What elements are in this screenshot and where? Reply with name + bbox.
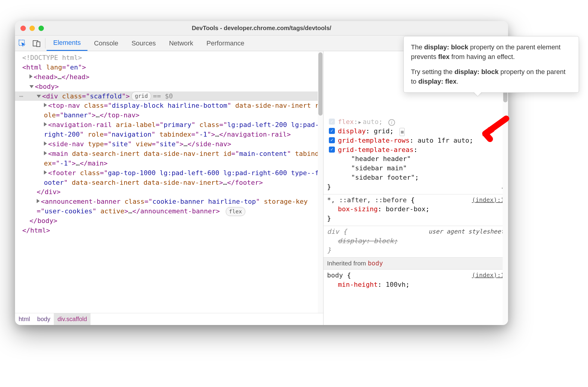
expand-icon[interactable] bbox=[44, 151, 47, 155]
css-selector[interactable]: *, ::after, ::before bbox=[327, 196, 407, 204]
dom-tree[interactable]: <!DOCTYPE html> <html lang="en"> <head>…… bbox=[15, 51, 323, 313]
crumb-selected[interactable]: div.scaffold bbox=[54, 313, 90, 325]
source-link[interactable]: (index):1 bbox=[472, 196, 504, 204]
zoom-window-button[interactable] bbox=[38, 26, 44, 31]
css-prop-display[interactable]: ✓ display: grid; ▦ bbox=[327, 127, 504, 136]
dom-child[interactable]: <side-nav type="site" view="site">…</sid… bbox=[15, 139, 323, 149]
device-toggle-icon[interactable] bbox=[29, 39, 44, 47]
titlebar: DevTools - developer.chrome.com/tags/dev… bbox=[15, 21, 508, 36]
css-value-line[interactable]: "header header" bbox=[327, 154, 504, 164]
body-node[interactable]: <body> bbox=[15, 82, 323, 91]
rule-close: } bbox=[327, 182, 504, 192]
collapse-icon[interactable] bbox=[29, 85, 34, 88]
checkbox-icon[interactable]: ✓ bbox=[329, 119, 335, 125]
checkbox-icon[interactable]: ✓ bbox=[329, 147, 335, 153]
css-rule-ua[interactable]: div { user agent stylesheet display: blo… bbox=[323, 226, 508, 258]
dom-child[interactable]: <top-nav class="display-block hairline-b… bbox=[15, 101, 323, 120]
tab-sources[interactable]: Sources bbox=[125, 36, 162, 51]
checkbox-icon[interactable]: ✓ bbox=[329, 128, 335, 134]
grid-editor-icon[interactable]: ▦ bbox=[400, 128, 405, 136]
rule-close: } bbox=[327, 246, 504, 255]
info-icon[interactable]: i bbox=[388, 119, 395, 126]
doctype-node[interactable]: <!DOCTYPE html> bbox=[22, 54, 82, 61]
crumb-body[interactable]: body bbox=[34, 313, 54, 325]
expand-icon[interactable] bbox=[37, 199, 40, 203]
crumb-html[interactable]: html bbox=[15, 313, 34, 325]
close-window-button[interactable] bbox=[20, 26, 26, 31]
css-value-line[interactable]: "sidebar main" bbox=[327, 164, 504, 173]
tab-elements[interactable]: Elements bbox=[47, 36, 87, 51]
css-prop-flex[interactable]: ✓ flex:▸auto; i bbox=[327, 117, 504, 127]
selected-node[interactable]: ⋯ <div class="scaffold"> grid == $0 bbox=[15, 91, 323, 101]
css-prop[interactable]: box-sizing: border-box; bbox=[327, 205, 504, 214]
css-prop[interactable]: display: block; bbox=[327, 237, 504, 246]
flex-badge[interactable]: flex bbox=[226, 207, 245, 216]
body-close[interactable]: </body> bbox=[15, 216, 323, 226]
expand-icon[interactable]: ▸ bbox=[358, 118, 362, 127]
announcement-node[interactable]: <announcement-banner class="cookie-banne… bbox=[15, 197, 323, 216]
svg-rect-2 bbox=[37, 42, 40, 47]
checkbox-icon[interactable]: ✓ bbox=[329, 137, 335, 143]
source-link: user agent stylesheet bbox=[428, 227, 504, 236]
css-rule[interactable]: *, ::after, ::before { (index):1 box-siz… bbox=[323, 194, 508, 226]
inspect-icon[interactable] bbox=[15, 39, 29, 47]
css-selector[interactable]: div bbox=[327, 228, 339, 235]
tab-network[interactable]: Network bbox=[162, 36, 200, 51]
dom-scrollbar[interactable] bbox=[318, 51, 323, 313]
div-close[interactable]: </div> bbox=[15, 187, 323, 197]
red-arrow-annotation bbox=[479, 116, 509, 143]
dom-child[interactable]: <footer class="gap-top-1000 lg:pad-left-… bbox=[15, 168, 323, 187]
css-selector[interactable]: body bbox=[327, 271, 343, 279]
elements-panel: <!DOCTYPE html> <html lang="en"> <head>…… bbox=[15, 51, 323, 325]
minimize-window-button[interactable] bbox=[29, 26, 35, 31]
css-prop-grid-rows[interactable]: ✓ grid-template-rows: auto 1fr auto; bbox=[327, 136, 504, 145]
html-node[interactable]: <html lang="en"> bbox=[15, 63, 323, 72]
tab-console[interactable]: Console bbox=[87, 36, 125, 51]
head-node[interactable]: <head>…</head> bbox=[15, 72, 323, 82]
breadcrumbs: html body div.scaffold bbox=[15, 313, 323, 325]
tooltip-tail bbox=[473, 92, 482, 96]
traffic-lights bbox=[20, 26, 44, 31]
css-prop[interactable]: min-height: 100vh; bbox=[327, 280, 504, 289]
selection-tail: == $0 bbox=[153, 91, 173, 101]
expand-icon[interactable] bbox=[44, 141, 47, 146]
css-value-line[interactable]: "sidebar footer"; bbox=[327, 173, 504, 182]
gutter-more-icon[interactable]: ⋯ bbox=[19, 91, 23, 101]
css-prop-grid-areas[interactable]: ✓ grid-template-areas: bbox=[327, 145, 504, 155]
separator bbox=[45, 38, 45, 48]
tab-performance[interactable]: Performance bbox=[200, 36, 251, 51]
expand-icon[interactable] bbox=[44, 122, 47, 126]
css-rule[interactable]: body { (index):1 min-height: 100vh; bbox=[323, 270, 508, 292]
dom-child[interactable]: <navigation-rail aria-label="primary" cl… bbox=[15, 120, 323, 139]
grid-badge[interactable]: grid bbox=[131, 91, 151, 101]
rule-close: } bbox=[327, 214, 504, 223]
expand-icon[interactable] bbox=[44, 103, 47, 107]
source-link[interactable]: (index):1 bbox=[472, 271, 504, 279]
expand-icon[interactable] bbox=[29, 74, 32, 79]
inherited-from: Inherited from body bbox=[323, 258, 508, 269]
dom-child[interactable]: <main data-search-inert data-side-nav-in… bbox=[15, 149, 323, 168]
window-title: DevTools - developer.chrome.com/tags/dev… bbox=[15, 25, 508, 32]
html-close[interactable]: </html> bbox=[15, 226, 323, 235]
collapse-icon[interactable] bbox=[37, 95, 41, 98]
expand-icon[interactable] bbox=[44, 170, 47, 175]
hint-tooltip: The display: block property on the paren… bbox=[403, 36, 579, 93]
